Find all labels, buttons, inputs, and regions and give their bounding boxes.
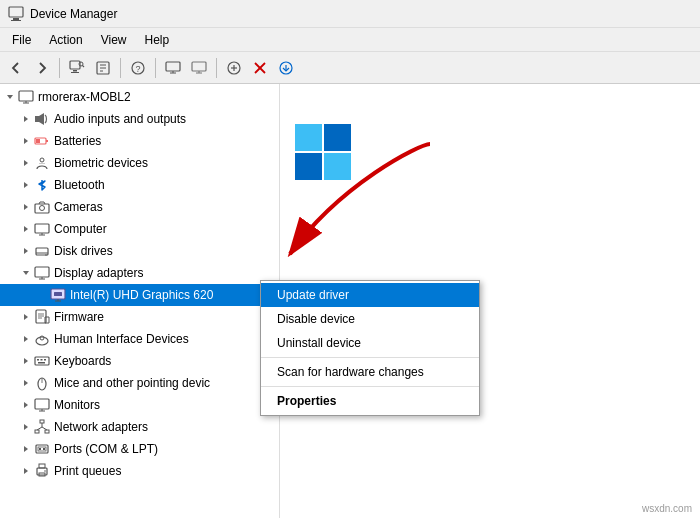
icon-monitors (34, 397, 50, 413)
tree-item-audio[interactable]: Audio inputs and outputs (0, 108, 279, 130)
update-driver-button[interactable] (274, 56, 298, 80)
icon-cameras (34, 199, 50, 215)
icon-bluetooth (34, 177, 50, 193)
svg-rect-3 (70, 61, 80, 69)
ctx-item-disable[interactable]: Disable device (261, 307, 479, 331)
expand-biometric[interactable] (20, 157, 32, 169)
expand-cameras[interactable] (20, 201, 32, 213)
menu-file[interactable]: File (4, 31, 39, 49)
expand-monitors[interactable] (20, 399, 32, 411)
tree-item-biometric[interactable]: Biometric devices (0, 152, 279, 174)
add-driver-button[interactable] (222, 56, 246, 80)
label-ports: Ports (COM & LPT) (54, 442, 158, 456)
label-network: Network adapters (54, 420, 148, 434)
ctx-item-update[interactable]: Update driver (261, 283, 479, 307)
tree-item-cameras[interactable]: Cameras (0, 196, 279, 218)
app-icon (8, 6, 24, 22)
tree-item-firmware[interactable]: Firmware (0, 306, 279, 328)
icon-hid (34, 331, 50, 347)
label-hid: Human Interface Devices (54, 332, 189, 346)
icon-ports (34, 441, 50, 457)
tree-item-display[interactable]: Display adapters (0, 262, 279, 284)
expand-mice[interactable] (20, 377, 32, 389)
help-button[interactable]: ? (126, 56, 150, 80)
svg-marker-67 (24, 336, 28, 342)
svg-line-7 (82, 65, 84, 67)
expand-firmware[interactable] (20, 311, 32, 323)
menu-action[interactable]: Action (41, 31, 90, 49)
remove-driver-button[interactable] (248, 56, 272, 80)
ctx-item-scan[interactable]: Scan for hardware changes (261, 360, 479, 384)
expand-computer[interactable] (20, 223, 32, 235)
tree-item-batteries[interactable]: Batteries (0, 130, 279, 152)
icon-audio (34, 111, 50, 127)
expand-batteries[interactable] (20, 135, 32, 147)
svg-rect-36 (46, 140, 48, 142)
expand-bluetooth[interactable] (20, 179, 32, 191)
menu-help[interactable]: Help (137, 31, 178, 49)
tree-item-hid[interactable]: Human Interface Devices (0, 328, 279, 350)
expand-hid[interactable] (20, 333, 32, 345)
label-biometric: Biometric devices (54, 156, 148, 170)
expand-root[interactable] (4, 91, 16, 103)
ctx-item-properties[interactable]: Properties (261, 389, 479, 413)
label-firmware: Firmware (54, 310, 104, 324)
view-resources-button[interactable] (187, 56, 211, 80)
tree-item-root[interactable]: rmorerax-MOBL2 (0, 86, 279, 108)
svg-marker-42 (24, 204, 28, 210)
windows-logo (295, 124, 351, 180)
expand-network[interactable] (20, 421, 32, 433)
label-computer: Computer (54, 222, 107, 236)
menu-view[interactable]: View (93, 31, 135, 49)
svg-rect-84 (40, 420, 44, 423)
label-root: rmorerax-MOBL2 (38, 90, 131, 104)
svg-rect-40 (39, 163, 45, 164)
tree-item-network[interactable]: Network adapters (0, 416, 279, 438)
expand-ports[interactable] (20, 443, 32, 455)
label-intel: Intel(R) UHD Graphics 620 (70, 288, 213, 302)
scan-button[interactable] (65, 56, 89, 80)
tree-item-mice[interactable]: Mice and other pointing devic (0, 372, 279, 394)
label-audio: Audio inputs and outputs (54, 112, 186, 126)
properties-button[interactable] (91, 56, 115, 80)
tree-item-computer[interactable]: Computer (0, 218, 279, 240)
back-button[interactable] (4, 56, 28, 80)
tree-item-monitors[interactable]: Monitors (0, 394, 279, 416)
expand-diskdrives[interactable] (20, 245, 32, 257)
svg-rect-32 (35, 116, 39, 122)
label-diskdrives: Disk drives (54, 244, 113, 258)
tree-item-print[interactable]: Print queues (0, 460, 279, 482)
svg-rect-2 (11, 20, 21, 21)
icon-diskdrives (34, 243, 50, 259)
tree-item-intel[interactable]: Intel(R) UHD Graphics 620 (0, 284, 279, 306)
forward-button[interactable] (30, 56, 54, 80)
tree-item-keyboards[interactable]: Keyboards (0, 350, 279, 372)
svg-rect-17 (192, 62, 206, 71)
sep4 (216, 58, 217, 78)
expand-audio[interactable] (20, 113, 32, 125)
icon-batteries (34, 133, 50, 149)
icon-biometric (34, 155, 50, 171)
svg-rect-50 (36, 248, 48, 255)
svg-rect-5 (71, 72, 79, 73)
tree-item-diskdrives[interactable]: Disk drives (0, 240, 279, 262)
device-tree[interactable]: rmorerax-MOBL2Audio inputs and outputsBa… (0, 84, 280, 518)
label-print: Print queues (54, 464, 121, 478)
svg-text:?: ? (135, 64, 140, 74)
expand-keyboards[interactable] (20, 355, 32, 367)
svg-rect-80 (35, 399, 49, 409)
svg-marker-27 (7, 95, 13, 99)
icon-keyboards (34, 353, 50, 369)
tree-item-bluetooth[interactable]: Bluetooth (0, 174, 279, 196)
view-devices-button[interactable] (161, 56, 185, 80)
ctx-item-uninstall[interactable]: Uninstall device (261, 331, 479, 355)
tree-item-ports[interactable]: Ports (COM & LPT) (0, 438, 279, 460)
expand-intel[interactable] (36, 289, 48, 301)
ctx-sep-sep (261, 357, 479, 358)
expand-print[interactable] (20, 465, 32, 477)
svg-rect-72 (37, 359, 39, 361)
svg-marker-49 (24, 248, 28, 254)
expand-display[interactable] (20, 267, 32, 279)
svg-marker-31 (24, 116, 28, 122)
svg-marker-45 (24, 226, 28, 232)
